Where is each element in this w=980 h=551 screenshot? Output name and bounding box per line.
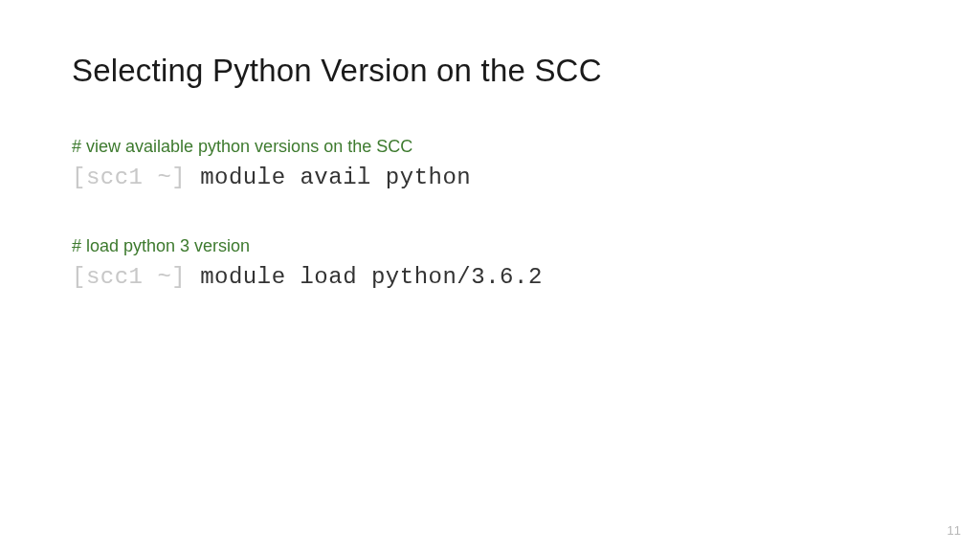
- code-block-2: # load python 3 version [scc1 ~] module …: [72, 236, 908, 290]
- code-block-1: # view available python versions on the …: [72, 137, 908, 190]
- shell-prompt: [scc1 ~]: [72, 264, 200, 290]
- shell-prompt: [scc1 ~]: [72, 165, 200, 190]
- comment-text: # view available python versions on the …: [72, 137, 908, 157]
- command-line: [scc1 ~] module load python/3.6.2: [72, 264, 908, 290]
- shell-command: module avail python: [200, 165, 471, 190]
- shell-command: module load python/3.6.2: [200, 264, 543, 290]
- command-line: [scc1 ~] module avail python: [72, 165, 908, 190]
- comment-text: # load python 3 version: [72, 236, 908, 256]
- slide-title: Selecting Python Version on the SCC: [72, 53, 908, 89]
- page-number: 11: [947, 523, 961, 538]
